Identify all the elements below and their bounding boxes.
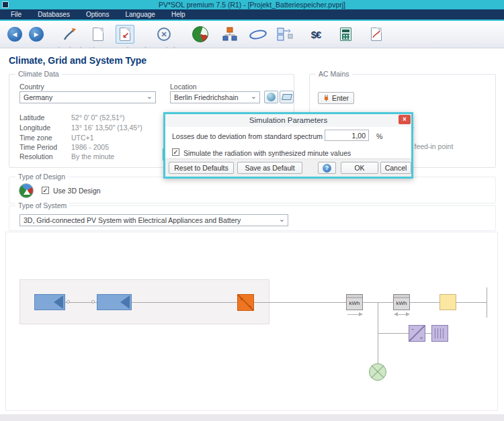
time-period-value: 1986 - 2005 <box>71 143 109 151</box>
menu-help[interactable]: Help <box>171 11 185 18</box>
country-select[interactable]: Germany <box>19 91 156 103</box>
menu-databases[interactable]: Databases <box>38 11 70 18</box>
loop-icon <box>249 28 267 40</box>
grid-meter[interactable]: kWh <box>393 294 410 310</box>
energy-flow-icon <box>277 27 293 42</box>
tariffs-button[interactable]: $€ <box>306 25 325 44</box>
ac-mains-group-label: AC Mains <box>316 70 352 78</box>
location-value: Berlin Friedrichshain <box>174 93 239 101</box>
cancel-button[interactable]: Cancel <box>380 162 411 174</box>
bidirectional-arrow <box>394 314 409 315</box>
calculator-icon <box>340 28 351 41</box>
grid-connection-box[interactable] <box>439 294 456 310</box>
pv-inverter[interactable]: = ~ <box>237 294 254 311</box>
report-button[interactable] <box>367 25 386 44</box>
menu-options[interactable]: Options <box>86 11 109 18</box>
resolution-value: By the minute <box>71 152 114 160</box>
bottom-strip <box>0 414 504 421</box>
feed-in-meter-label: kWh <box>347 298 362 309</box>
close-project-button[interactable]: ✕ <box>155 25 173 44</box>
menu-language[interactable]: Language <box>125 11 155 18</box>
battery-inverter-ac-symbol: ~ <box>411 327 414 332</box>
climate-data-group-label: Climate Data <box>15 70 62 78</box>
type-of-system-label: Type of System <box>15 201 69 209</box>
loss-unit: % <box>376 132 382 140</box>
ac-enter-button-label: Enter <box>332 94 349 102</box>
forward-button[interactable]: ► <box>27 25 46 44</box>
new-project-button[interactable] <box>89 25 108 44</box>
calculate-button[interactable] <box>336 25 355 44</box>
dialog-title-bar[interactable]: Simulation Parameters × <box>165 114 411 127</box>
help-button[interactable]: ? <box>318 162 336 174</box>
forward-icon: ► <box>29 27 44 42</box>
battery-inverter-dc-symbol: = <box>420 336 423 340</box>
cancel-icon: ✕ <box>157 28 171 41</box>
synthesized-minutes-checkbox[interactable]: ✓ <box>172 148 179 156</box>
menu-file[interactable]: File <box>11 11 22 18</box>
resolution-label: Resolution <box>19 152 53 160</box>
grid-bus-line <box>487 287 487 318</box>
dialog-footer: Reset to Defaults Save as Default ? OK C… <box>165 158 411 177</box>
type-of-system-group: Type of System 3D, Grid-connected PV Sys… <box>9 205 496 231</box>
feed-in-arrow <box>347 314 362 315</box>
back-icon: ◄ <box>7 27 22 42</box>
design-3d-icon <box>19 183 34 198</box>
connector-dot-2 <box>91 300 95 303</box>
timezone-value: UTC+1 <box>71 134 94 142</box>
use-3d-design-checkbox[interactable]: ✓ <box>42 187 49 194</box>
diagram-wire <box>132 302 237 303</box>
red-arrow-glyph: ↙ <box>122 31 129 39</box>
dialog-title: Simulation Parameters <box>249 116 327 124</box>
wizard-icon <box>62 26 78 42</box>
window-title: PV*SOL premium 7.5 (R1) - [Projekt_Batte… <box>0 1 504 9</box>
country-value: Germany <box>24 93 52 101</box>
menu-bar: File Databases Options Language Help <box>0 9 504 19</box>
wizard-button[interactable] <box>60 25 79 44</box>
toolbar: ◄ ► ↙ ✕ <box>0 21 504 48</box>
location-label: Location <box>170 83 197 91</box>
loss-input[interactable] <box>325 130 369 141</box>
map-icon <box>282 94 292 100</box>
grid-meter-label: kWh <box>394 298 409 309</box>
plug-icon <box>323 95 329 101</box>
location-select[interactable]: Berlin Friedrichshain <box>170 91 260 103</box>
loss-label: Losses due to deviation from standard sp… <box>172 132 323 140</box>
energy-flow-button[interactable] <box>276 25 294 44</box>
main-content: Climate, Grid and System Type Climate Da… <box>0 48 504 414</box>
pv-module-1[interactable] <box>34 294 65 310</box>
back-button[interactable]: ◄ <box>5 25 24 44</box>
app-window: PV*SOL premium 7.5 (R1) - [Projekt_Batte… <box>0 0 504 421</box>
globe-icon <box>267 93 276 101</box>
climate-button[interactable] <box>191 25 210 44</box>
type-of-design-group: Type of Design ✓ Use 3D Design <box>9 177 496 203</box>
consumer-load-icon[interactable] <box>369 363 386 381</box>
ok-button[interactable]: OK <box>341 162 378 174</box>
simulation-parameters-dialog: Simulation Parameters × Losses due to de… <box>163 112 413 179</box>
timezone-label: Time zone <box>19 134 52 142</box>
longitude-label: Longitude <box>19 124 50 132</box>
connector-dot-1 <box>67 300 70 303</box>
climate-globe-icon <box>192 26 208 42</box>
climate-globe-button[interactable] <box>264 91 278 103</box>
climate-map-button[interactable] <box>280 91 294 103</box>
system-diagram-button[interactable] <box>220 25 239 44</box>
dialog-close-button[interactable]: × <box>398 115 411 124</box>
feed-in-meter[interactable]: kWh <box>346 294 363 310</box>
inverter-ac-symbol: ~ <box>249 304 251 309</box>
report-icon <box>371 28 382 41</box>
type-of-system-select[interactable]: 3D, Grid-connected PV System with Electr… <box>19 214 288 226</box>
page-title: Climate, Grid and System Type <box>9 55 146 66</box>
use-3d-design-checkbox-label: Use 3D Design <box>53 187 101 195</box>
reset-defaults-button[interactable]: Reset to Defaults <box>169 162 234 174</box>
ac-enter-button[interactable]: Enter <box>318 92 354 104</box>
edit-project-button[interactable]: ↙ <box>116 25 134 44</box>
type-of-design-label: Type of Design <box>15 173 68 181</box>
save-default-button[interactable]: Save as Default <box>237 162 302 174</box>
diagram-wire <box>425 333 431 334</box>
pv-module-2[interactable] <box>97 294 132 310</box>
loop-button[interactable] <box>249 25 267 44</box>
battery-inverter[interactable]: ~ = <box>409 325 425 342</box>
time-period-label: Time Period <box>19 143 57 151</box>
battery-branch-wire <box>378 333 409 334</box>
battery-icon[interactable] <box>431 325 448 342</box>
